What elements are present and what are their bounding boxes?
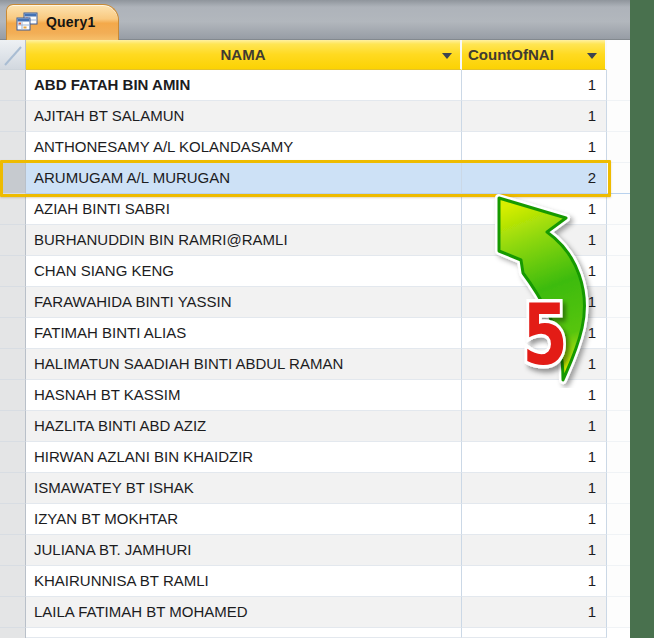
record-selector[interactable] (0, 132, 26, 163)
cell-nama[interactable]: FATIMAH BINTI ALIAS (26, 318, 462, 349)
record-selector[interactable] (0, 566, 26, 597)
cell-count[interactable]: 1 (462, 101, 607, 132)
empty-gutter (607, 473, 630, 504)
cell-count[interactable]: 2 (462, 163, 607, 194)
record-selector[interactable] (0, 349, 26, 380)
record-selector[interactable] (0, 442, 26, 473)
table-row[interactable]: HALIMATUN SAADIAH BINTI ABDUL RAMAN1 (0, 349, 630, 380)
cell-count[interactable]: 1 (462, 504, 607, 535)
empty-gutter (607, 163, 630, 194)
empty-gutter (607, 380, 630, 411)
table-row[interactable]: HAZLITA BINTI ABD AZIZ1 (0, 411, 630, 442)
table-row[interactable]: ABD FATAH BIN AMIN1 (0, 70, 630, 101)
table-row[interactable]: JULIANA BT. JAMHURI1 (0, 535, 630, 566)
record-selector[interactable] (0, 380, 26, 411)
cell-count[interactable]: 1 (462, 442, 607, 473)
cell-nama (26, 628, 462, 638)
table-row[interactable]: FATIMAH BINTI ALIAS1 (0, 318, 630, 349)
filter-dropdown-icon[interactable] (442, 53, 452, 59)
cell-nama[interactable]: ABD FATAH BIN AMIN (26, 70, 462, 101)
cell-count[interactable]: 1 (462, 566, 607, 597)
cell-count[interactable]: 1 (462, 256, 607, 287)
cell-nama[interactable]: HALIMATUN SAADIAH BINTI ABDUL RAMAN (26, 349, 462, 380)
table-row[interactable]: CHAN SIANG KENG1 (0, 256, 630, 287)
cell-nama[interactable]: KHAIRUNNISA BT RAMLI (26, 566, 462, 597)
empty-gutter (607, 318, 630, 349)
record-selector[interactable] (0, 163, 26, 194)
table-row[interactable]: AJITAH BT SALAMUN1 (0, 101, 630, 132)
tab-query1[interactable]: Query1 (6, 4, 119, 40)
record-selector[interactable] (0, 628, 26, 638)
table-row[interactable]: ISMAWATEY BT ISHAK1 (0, 473, 630, 504)
empty-gutter (607, 225, 630, 256)
cell-count[interactable]: 1 (462, 380, 607, 411)
cell-nama[interactable]: IZYAN BT MOKHTAR (26, 504, 462, 535)
cell-nama[interactable]: BURHANUDDIN BIN RAMRI@RAMLI (26, 225, 462, 256)
cell-nama[interactable]: ISMAWATEY BT ISHAK (26, 473, 462, 504)
empty-gutter (607, 566, 630, 597)
record-selector[interactable] (0, 318, 26, 349)
record-selector[interactable] (0, 411, 26, 442)
cell-nama[interactable]: HASNAH BT KASSIM (26, 380, 462, 411)
record-selector[interactable] (0, 597, 26, 628)
partial-row (0, 628, 630, 638)
cell-nama[interactable]: JULIANA BT. JAMHURI (26, 535, 462, 566)
table-row[interactable]: HIRWAN AZLANI BIN KHAIDZIR1 (0, 442, 630, 473)
cell-nama[interactable]: AZIAH BINTI SABRI (26, 194, 462, 225)
filter-dropdown-icon[interactable] (587, 53, 597, 59)
record-selector[interactable] (0, 504, 26, 535)
empty-gutter (607, 287, 630, 318)
cell-nama[interactable]: HAZLITA BINTI ABD AZIZ (26, 411, 462, 442)
record-selector[interactable] (0, 101, 26, 132)
cell-nama[interactable]: LAILA FATIMAH BT MOHAMED (26, 597, 462, 628)
cell-count[interactable]: 1 (462, 287, 607, 318)
table-row[interactable]: HASNAH BT KASSIM1 (0, 380, 630, 411)
table-row[interactable]: BURHANUDDIN BIN RAMRI@RAMLI1 (0, 225, 630, 256)
cell-count[interactable]: 1 (462, 70, 607, 101)
table-row[interactable]: FARAWAHIDA BINTI YASSIN1 (0, 287, 630, 318)
empty-gutter (607, 70, 630, 101)
cell-nama[interactable]: ARUMUGAM A/L MURUGAN (26, 163, 462, 194)
empty-gutter (607, 132, 630, 163)
record-selector[interactable] (0, 473, 26, 504)
empty-gutter (607, 349, 630, 380)
cell-count[interactable]: 1 (462, 535, 607, 566)
column-header-nama[interactable]: NAMA (26, 40, 462, 70)
record-selector[interactable] (0, 70, 26, 101)
column-header-count[interactable]: CountOfNAI (462, 40, 607, 70)
record-selector[interactable] (0, 535, 26, 566)
cell-nama[interactable]: ANTHONESAMY A/L KOLANDASAMY (26, 132, 462, 163)
record-selector[interactable] (0, 256, 26, 287)
desktop-background-strip (630, 0, 654, 638)
select-all-corner[interactable] (0, 40, 26, 70)
cell-nama[interactable]: CHAN SIANG KENG (26, 256, 462, 287)
document-tab-bar: Query1 (0, 0, 630, 40)
cell-nama[interactable]: AJITAH BT SALAMUN (26, 101, 462, 132)
cell-nama[interactable]: HIRWAN AZLANI BIN KHAIDZIR (26, 442, 462, 473)
table-row[interactable]: IZYAN BT MOKHTAR1 (0, 504, 630, 535)
cell-count[interactable]: 1 (462, 225, 607, 256)
table-body: ABD FATAH BIN AMIN1AJITAH BT SALAMUN1ANT… (0, 70, 630, 638)
cell-count[interactable]: 1 (462, 349, 607, 380)
table-row[interactable]: ARUMUGAM A/L MURUGAN2 (0, 163, 630, 194)
table-row[interactable]: ANTHONESAMY A/L KOLANDASAMY1 (0, 132, 630, 163)
cell-nama[interactable]: FARAWAHIDA BINTI YASSIN (26, 287, 462, 318)
record-selector[interactable] (0, 287, 26, 318)
cell-count[interactable]: 1 (462, 194, 607, 225)
record-selector[interactable] (0, 194, 26, 225)
empty-gutter (607, 411, 630, 442)
cell-count[interactable]: 1 (462, 597, 607, 628)
access-datasheet-window: Query1 NAMA CountOfNAI ABD FATAH BIN AMI… (0, 0, 654, 638)
table-row[interactable]: KHAIRUNNISA BT RAMLI1 (0, 566, 630, 597)
table-row[interactable]: AZIAH BINTI SABRI1 (0, 194, 630, 225)
cell-count[interactable]: 1 (462, 132, 607, 163)
record-selector[interactable] (0, 225, 26, 256)
query-datasheet-icon (15, 12, 39, 32)
datasheet-header-row: NAMA CountOfNAI (0, 40, 630, 70)
cell-count[interactable]: 1 (462, 473, 607, 504)
cell-count[interactable]: 1 (462, 411, 607, 442)
cell-count[interactable]: 1 (462, 318, 607, 349)
empty-gutter (607, 101, 630, 132)
empty-gutter (607, 194, 630, 225)
table-row[interactable]: LAILA FATIMAH BT MOHAMED1 (0, 597, 630, 628)
